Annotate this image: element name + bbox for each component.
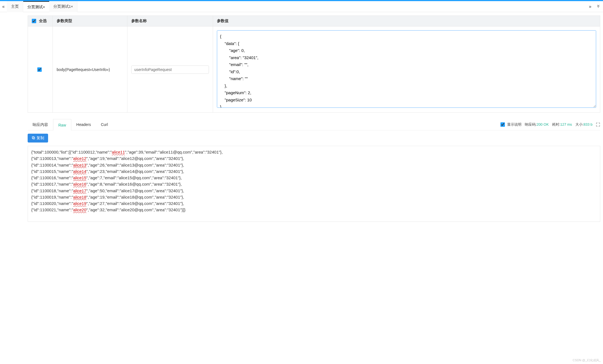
raw-response-box[interactable]: {"total":100000,"list":[{"id":1100012,"n… (28, 146, 600, 222)
show-desc-checkbox[interactable] (500, 122, 505, 127)
param-row-checkbox[interactable] (37, 67, 42, 72)
main-content: 全选 参数类型 参数名称 参数值 body(PageRequest«UserIn… (28, 15, 600, 227)
response-code: 响应码:200 OK (525, 122, 549, 127)
tabs-menu-icon[interactable] (594, 1, 603, 12)
tab-headers[interactable]: Headers (71, 119, 96, 130)
param-name-input[interactable] (131, 65, 209, 74)
show-desc-wrapper: 显示说明 (500, 122, 521, 127)
select-all-label: 全选 (39, 19, 47, 23)
param-value-textarea[interactable] (217, 30, 596, 108)
svg-rect-1 (32, 136, 34, 138)
response-tab-bar: 响应内容 Raw Headers Curl 显示说明 响应码:200 OK 耗时… (28, 119, 600, 130)
top-tab-home[interactable]: 主页 (7, 1, 23, 12)
copy-button[interactable]: 复制 (28, 134, 48, 143)
th-select-all: 全选 (28, 16, 53, 27)
response-time: 耗时:127 ms (552, 122, 572, 127)
th-param-value: 参数值 (213, 16, 600, 27)
tab-response-content[interactable]: 响应内容 (28, 119, 53, 130)
tab-raw[interactable]: Raw (53, 119, 71, 131)
param-row: body(PageRequest«UserInfo») (28, 27, 600, 113)
expand-icon[interactable] (596, 122, 600, 127)
param-table: 全选 参数类型 参数名称 参数值 body(PageRequest«UserIn… (28, 15, 600, 113)
select-all-checkbox[interactable] (32, 19, 36, 23)
tabs-scroll-left-icon[interactable]: « (0, 1, 7, 12)
top-tab-paging-test-1[interactable]: 分页测试1× (49, 1, 77, 12)
th-param-name: 参数名称 (127, 16, 213, 27)
tab-curl[interactable]: Curl (96, 119, 113, 130)
copy-label: 复制 (36, 136, 44, 141)
th-param-type: 参数类型 (53, 16, 127, 27)
top-tab-paging-test[interactable]: 分页测试× (23, 1, 49, 12)
copy-icon (32, 136, 35, 141)
response-size: 大小:833 b (575, 122, 592, 127)
show-desc-label: 显示说明 (507, 122, 521, 126)
svg-rect-0 (33, 137, 35, 139)
tabs-scroll-right-icon[interactable]: » (587, 1, 594, 12)
top-tab-bar: « 主页 分页测试× 分页测试1× » (0, 1, 603, 12)
param-type-cell: body(PageRequest«UserInfo») (53, 27, 127, 113)
